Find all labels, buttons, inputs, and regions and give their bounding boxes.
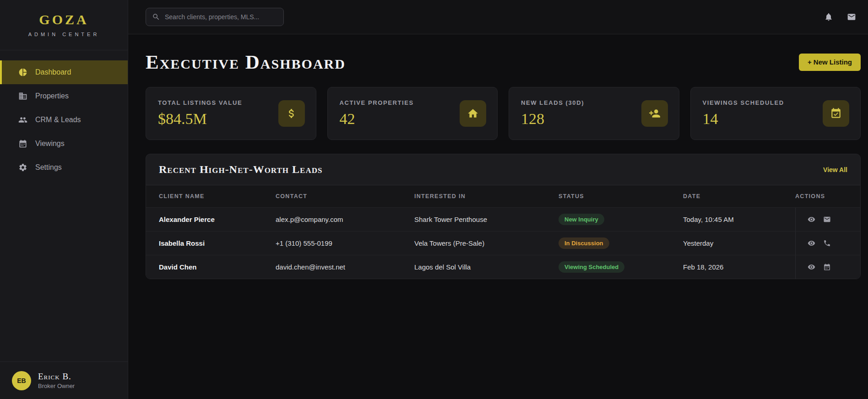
user-profile[interactable]: EB Erick B. Broker Owner xyxy=(0,361,128,399)
lead-date: Today, 10:45 AM xyxy=(683,216,795,223)
stat-card: NEW LEADS (30D) 128 xyxy=(509,87,679,140)
calendar-icon xyxy=(18,139,27,148)
table-row[interactable]: Isabella Rossi +1 (310) 555-0199 Vela To… xyxy=(146,231,860,255)
stat-value: 42 xyxy=(340,110,414,128)
lead-actions xyxy=(795,208,860,231)
lead-status: In Discussion xyxy=(559,237,683,249)
stat-label: ACTIVE PROPERTIES xyxy=(340,99,414,106)
stat-label: TOTAL LISTINGS VALUE xyxy=(158,99,242,106)
stat-card: TOTAL LISTINGS VALUE $84.5M xyxy=(146,87,316,140)
column-header: DATE xyxy=(683,193,795,200)
view-all-link[interactable]: View All xyxy=(823,166,847,173)
app-root: GOZA ADMIN CENTER Dashboard Properties C… xyxy=(0,0,868,399)
phone-icon[interactable] xyxy=(823,239,831,247)
stat-card: ACTIVE PROPERTIES 42 xyxy=(327,87,498,140)
lead-actions xyxy=(795,232,860,255)
mail-icon[interactable] xyxy=(847,12,856,22)
page-title: Executive Dashboard xyxy=(146,51,346,73)
search-input[interactable] xyxy=(165,13,277,21)
lead-contact: david.chen@invest.net xyxy=(276,263,414,271)
sidebar-item-label: CRM & Leads xyxy=(35,116,81,124)
sidebar-item-label: Viewings xyxy=(35,140,65,148)
person-add-icon xyxy=(641,100,668,127)
stat-text: VIEWINGS SCHEDULED 14 xyxy=(703,99,784,128)
column-header: ACTIONS xyxy=(795,193,860,200)
content: Executive Dashboard + New Listing TOTAL … xyxy=(128,34,868,279)
leads-title: Recent High-Net-Worth Leads xyxy=(159,163,322,176)
page-head: Executive Dashboard + New Listing xyxy=(146,51,861,73)
lead-date: Feb 18, 2026 xyxy=(683,263,795,271)
brand-subtitle: ADMIN CENTER xyxy=(0,32,128,37)
status-badge: Viewing Scheduled xyxy=(559,261,624,273)
sidebar-item[interactable]: CRM & Leads xyxy=(0,108,128,132)
lead-status: Viewing Scheduled xyxy=(559,261,683,273)
column-header: CLIENT NAME xyxy=(159,193,276,200)
leads-panel: Recent High-Net-Worth Leads View All CLI… xyxy=(146,154,861,279)
lead-actions xyxy=(795,255,860,279)
eye-icon[interactable] xyxy=(808,239,815,247)
sidebar-item[interactable]: Settings xyxy=(0,156,128,179)
dollar-icon xyxy=(278,100,305,127)
user-info: Erick B. Broker Owner xyxy=(38,372,75,389)
table-row[interactable]: David Chen david.chen@invest.net Lagos d… xyxy=(146,255,860,279)
new-listing-button[interactable]: + New Listing xyxy=(799,54,861,71)
lead-client-name: Alexander Pierce xyxy=(159,216,276,223)
lead-client-name: Isabella Rossi xyxy=(159,239,276,247)
lead-date: Yesterday xyxy=(683,239,795,247)
stat-cards: TOTAL LISTINGS VALUE $84.5M ACTIVE PROPE… xyxy=(146,87,861,140)
bell-icon[interactable] xyxy=(824,12,833,22)
status-badge: New Inquiry xyxy=(559,214,604,225)
search-icon xyxy=(152,13,160,21)
eye-icon[interactable] xyxy=(808,216,815,223)
eye-icon[interactable] xyxy=(808,263,815,271)
stat-value: $84.5M xyxy=(158,110,242,128)
sidebar-nav: Dashboard Properties CRM & Leads Viewing… xyxy=(0,60,128,361)
leads-panel-header: Recent High-Net-Worth Leads View All xyxy=(146,154,860,185)
calendar-check-icon xyxy=(823,100,849,127)
main-area: Executive Dashboard + New Listing TOTAL … xyxy=(128,0,868,399)
topbar xyxy=(128,0,868,34)
sidebar-item-label: Settings xyxy=(35,163,62,172)
user-name: Erick B. xyxy=(38,372,75,382)
avatar: EB xyxy=(12,371,31,390)
brand-name: GOZA xyxy=(0,12,128,27)
calendar-icon[interactable] xyxy=(823,263,831,271)
topbar-icons xyxy=(824,12,856,22)
stat-text: ACTIVE PROPERTIES 42 xyxy=(340,99,414,128)
stat-label: NEW LEADS (30D) xyxy=(521,99,584,106)
lead-status: New Inquiry xyxy=(559,214,683,225)
stat-value: 14 xyxy=(703,110,784,128)
search-box xyxy=(146,8,284,26)
lead-interested-in: Lagos del Sol Villa xyxy=(414,263,559,271)
column-header: INTERESTED IN xyxy=(414,193,559,200)
gear-icon xyxy=(18,163,27,172)
stat-card: VIEWINGS SCHEDULED 14 xyxy=(690,87,861,140)
lead-interested-in: Shark Tower Penthouse xyxy=(414,216,559,223)
table-header-row: CLIENT NAME CONTACT INTERESTED IN STATUS… xyxy=(146,185,860,207)
lead-client-name: David Chen xyxy=(159,263,276,271)
building-icon xyxy=(18,92,27,101)
sidebar-item[interactable]: Viewings xyxy=(0,132,128,156)
people-icon xyxy=(18,115,27,124)
sidebar-item[interactable]: Properties xyxy=(0,84,128,108)
stat-text: TOTAL LISTINGS VALUE $84.5M xyxy=(158,99,242,128)
sidebar-item-label: Properties xyxy=(35,92,69,100)
lead-interested-in: Vela Towers (Pre-Sale) xyxy=(414,239,559,247)
leads-table: CLIENT NAME CONTACT INTERESTED IN STATUS… xyxy=(146,185,860,279)
sidebar-item-label: Dashboard xyxy=(35,68,71,76)
brand-logo: GOZA ADMIN CENTER xyxy=(0,0,128,50)
stat-text: NEW LEADS (30D) 128 xyxy=(521,99,584,128)
mail-icon[interactable] xyxy=(823,216,831,223)
column-header: CONTACT xyxy=(276,193,414,200)
pie-chart-icon xyxy=(18,68,27,77)
status-badge: In Discussion xyxy=(559,237,609,249)
stat-label: VIEWINGS SCHEDULED xyxy=(703,99,784,106)
sidebar: GOZA ADMIN CENTER Dashboard Properties C… xyxy=(0,0,128,399)
lead-contact: +1 (310) 555-0199 xyxy=(276,239,414,247)
lead-contact: alex.p@company.com xyxy=(276,216,414,223)
sidebar-item[interactable]: Dashboard xyxy=(0,60,128,84)
stat-value: 128 xyxy=(521,110,584,128)
home-icon xyxy=(460,100,486,127)
table-row[interactable]: Alexander Pierce alex.p@company.com Shar… xyxy=(146,207,860,231)
column-header: STATUS xyxy=(559,193,683,200)
